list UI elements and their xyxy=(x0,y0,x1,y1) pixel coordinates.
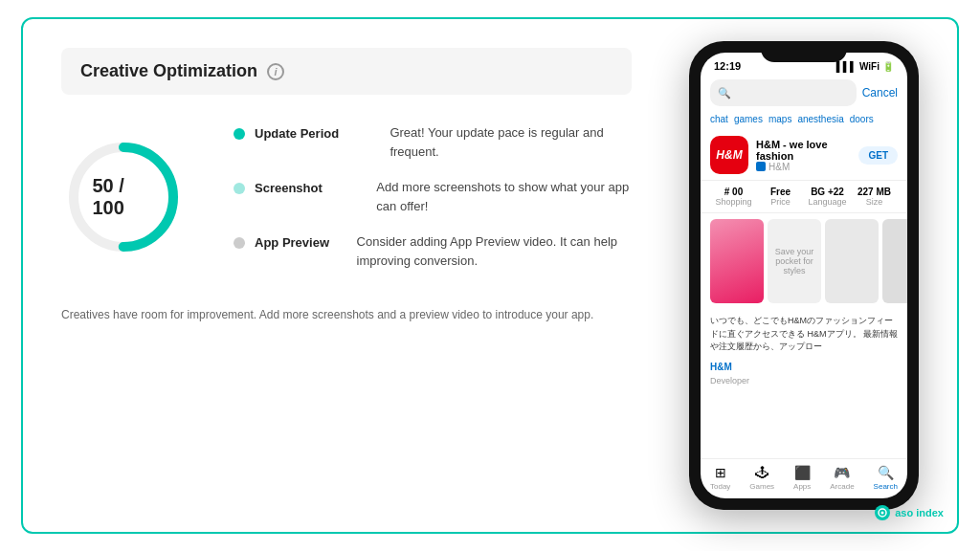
criteria-list: Update Period Great! Your update pace is… xyxy=(234,123,632,270)
phone-dev-link[interactable]: H&M xyxy=(701,360,907,376)
stat-label-0: Shopping xyxy=(710,197,757,207)
phone-search-input[interactable]: 🔍 xyxy=(710,79,857,106)
tag-maps[interactable]: maps xyxy=(768,114,791,124)
stat-value-0: # 00 xyxy=(710,187,757,197)
phone-frame: 12:19 ▌▌▌ WiFi 🔋 🔍 Cancel xyxy=(689,41,919,510)
tab-games[interactable]: 🕹 Games xyxy=(749,465,774,491)
stat-value-3: 227 MB xyxy=(851,187,898,197)
dot-screenshot xyxy=(234,183,245,194)
today-icon: ⊞ xyxy=(715,465,726,480)
tab-label-arcade: Arcade xyxy=(830,482,854,491)
left-panel: Creative Optimization i 50 / 100 xyxy=(23,19,670,532)
dot-update-period xyxy=(234,128,245,140)
criteria-name-0: Update Period xyxy=(255,126,339,141)
criteria-desc-2: Consider adding App Preview video. It ca… xyxy=(357,232,632,270)
stat-label-3: Size xyxy=(851,197,898,207)
tab-label-apps: Apps xyxy=(793,482,811,491)
tag-games[interactable]: games xyxy=(734,114,763,124)
tab-search[interactable]: 🔍 Search xyxy=(874,465,898,491)
app-info: H&M - we love fashion H&M xyxy=(756,139,851,172)
search-tab-icon: 🔍 xyxy=(878,465,894,480)
aso-logo-icon xyxy=(875,505,890,520)
app-icon: H&M xyxy=(710,136,748,174)
phone-stats: # 00 Shopping Free Price BG +22 Language… xyxy=(701,181,907,213)
right-panel: 12:19 ▌▌▌ WiFi 🔋 🔍 Cancel xyxy=(670,19,957,532)
tag-anesthesia[interactable]: anesthesia xyxy=(797,114,843,124)
tab-label-search: Search xyxy=(874,482,898,491)
section-title: Creative Optimization xyxy=(80,61,257,81)
tab-apps[interactable]: ⬛ Apps xyxy=(793,465,811,491)
svg-point-3 xyxy=(881,512,884,515)
stat-value-1: Free xyxy=(757,187,804,197)
aso-logo-text: aso index xyxy=(895,507,944,518)
stat-label-1: Price xyxy=(757,197,804,207)
battery-icon: 🔋 xyxy=(882,61,894,72)
aso-logo: aso index xyxy=(875,505,944,520)
criteria-item-1: Screenshot Add more screenshots to show … xyxy=(234,178,632,215)
screenshot-thumb-1[interactable] xyxy=(710,219,764,303)
status-icons: ▌▌▌ WiFi 🔋 xyxy=(836,61,894,72)
section-header: Creative Optimization i xyxy=(61,48,632,95)
info-icon[interactable]: i xyxy=(267,63,284,80)
phone-description: いつでも、どこでもH&Mのファッションフィードに直ぐアクセスできる H&Mアプリ… xyxy=(701,309,907,360)
main-container: Creative Optimization i 50 / 100 xyxy=(21,17,959,534)
score-area: 50 / 100 Update Period Great! Your updat… xyxy=(61,114,632,279)
criteria-desc-0: Great! Your update pace is regular and f… xyxy=(390,123,632,161)
criteria-item-0: Update Period Great! Your update pace is… xyxy=(234,123,632,161)
arcade-icon: 🎮 xyxy=(834,465,850,480)
criteria-desc-1: Add more screenshots to show what your a… xyxy=(376,178,632,215)
screenshot-thumb-2[interactable]: Save your pocket for styles xyxy=(768,219,821,303)
stat-price: Free Price xyxy=(757,187,804,207)
criteria-item-2: App Preview Consider adding App Preview … xyxy=(234,232,632,270)
signal-icon: ▌▌▌ xyxy=(836,61,857,72)
criteria-name-2: App Preview xyxy=(255,235,329,250)
dev-icon xyxy=(756,162,766,171)
phone-screenshots: Save your pocket for styles xyxy=(701,213,907,309)
tab-label-today: Today xyxy=(710,482,730,491)
wifi-icon: WiFi xyxy=(859,61,880,72)
stat-size: 227 MB Size xyxy=(851,187,898,207)
phone-notch xyxy=(761,41,847,62)
score-circle: 50 / 100 xyxy=(61,135,186,259)
score-label: 50 / 100 xyxy=(93,175,155,219)
tag-doors[interactable]: doors xyxy=(850,114,874,124)
stat-value-2: BG +22 xyxy=(804,187,851,197)
app-name: H&M - we love fashion xyxy=(756,139,851,162)
apps-icon: ⬛ xyxy=(794,465,811,480)
stat-shopping: # 00 Shopping xyxy=(710,187,757,207)
dot-app-preview xyxy=(234,237,245,249)
criteria-name-1: Screenshot xyxy=(255,181,323,195)
app-developer: H&M xyxy=(756,162,851,172)
phone-time: 12:19 xyxy=(714,60,741,72)
phone-bottom-tabs: ⊞ Today 🕹 Games ⬛ Apps 🎮 Arcade xyxy=(701,458,907,498)
phone-dev-sub: Developer xyxy=(701,376,907,391)
tag-chat[interactable]: chat xyxy=(710,114,728,124)
phone-search-bar: 🔍 Cancel xyxy=(701,76,907,110)
screenshot-thumb-3[interactable] xyxy=(825,219,879,303)
footer-note: Creatives have room for improvement. Add… xyxy=(61,308,632,321)
search-icon: 🔍 xyxy=(718,87,731,99)
cancel-button[interactable]: Cancel xyxy=(862,86,898,99)
get-button[interactable]: GET xyxy=(858,146,898,165)
stat-language: BG +22 Language xyxy=(804,187,851,207)
tab-today[interactable]: ⊞ Today xyxy=(710,465,730,491)
tab-label-games: Games xyxy=(749,482,774,491)
phone-screen: 12:19 ▌▌▌ WiFi 🔋 🔍 Cancel xyxy=(701,53,907,498)
stat-label-2: Language xyxy=(804,197,851,207)
games-icon: 🕹 xyxy=(755,465,768,480)
phone-app-row: H&M H&M - we love fashion H&M GET xyxy=(701,128,907,181)
screenshot-thumb-4[interactable] xyxy=(882,219,907,303)
tab-arcade[interactable]: 🎮 Arcade xyxy=(830,465,854,491)
phone-tags: chat games maps anesthesia doors xyxy=(701,110,907,128)
